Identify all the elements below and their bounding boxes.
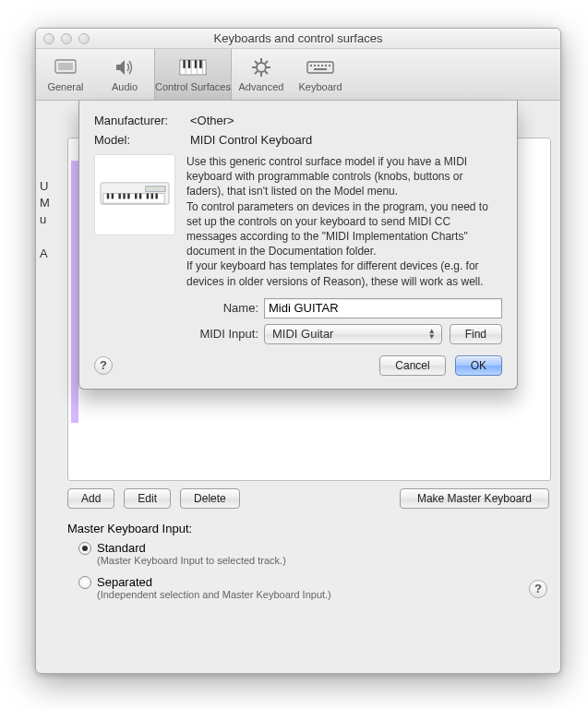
general-tab[interactable]: General (36, 48, 95, 100)
control-surfaces-tab[interactable]: Control Surfaces (154, 48, 232, 100)
model-label: Model: (94, 133, 190, 147)
delete-button[interactable]: Delete (180, 488, 240, 509)
manufacturer-value: <Other> (190, 114, 502, 127)
standard-radio-sub: (Master Keyboard Input to selected track… (97, 555, 549, 566)
gear-icon (247, 55, 275, 79)
standard-radio-label: Standard (97, 541, 146, 555)
audio-tab-label: Audio (112, 81, 138, 92)
svg-rect-25 (325, 65, 327, 66)
name-input[interactable] (264, 298, 502, 318)
control-surfaces-tab-label: Control Surfaces (155, 81, 231, 92)
preferences-toolbar: General Audio Control Surfaces Advanced … (36, 49, 560, 101)
advanced-tab-label: Advanced (239, 81, 284, 92)
svg-rect-24 (321, 65, 323, 66)
edit-button[interactable]: Edit (124, 488, 171, 509)
midi-input-selected: MIDI Guitar (272, 326, 333, 342)
svg-rect-36 (135, 193, 137, 198)
svg-rect-34 (123, 193, 125, 198)
svg-rect-39 (151, 193, 153, 198)
svg-rect-37 (139, 193, 141, 198)
svg-line-19 (255, 71, 258, 74)
add-button[interactable]: Add (67, 488, 114, 509)
general-tab-label: General (47, 81, 83, 92)
chevron-updown-icon: ▲▼ (428, 329, 436, 340)
ok-button[interactable]: OK (455, 355, 502, 376)
separated-radio-row[interactable]: Separated (78, 575, 549, 589)
audio-tab[interactable]: Audio (95, 48, 154, 100)
svg-rect-32 (112, 193, 114, 198)
keyboard-tab[interactable]: Keyboard (291, 48, 350, 100)
svg-rect-40 (155, 193, 157, 198)
titlebar: Keyboards and control surfaces (36, 29, 560, 49)
advanced-tab[interactable]: Advanced (232, 48, 291, 100)
svg-rect-26 (329, 65, 330, 66)
svg-rect-6 (199, 60, 202, 68)
sheet-help-button[interactable]: ? (94, 356, 113, 375)
svg-rect-38 (147, 193, 149, 198)
obscured-background-text: U M u A (40, 178, 50, 262)
svg-line-17 (265, 71, 268, 74)
svg-point-11 (257, 63, 266, 72)
name-field-label: Name: (186, 300, 264, 317)
svg-line-16 (255, 61, 258, 64)
svg-rect-23 (318, 65, 319, 66)
find-button[interactable]: Find (450, 324, 502, 344)
svg-rect-35 (127, 193, 129, 198)
midi-keyboard-icon (99, 177, 171, 213)
speaker-icon (111, 55, 138, 79)
svg-line-18 (265, 61, 268, 64)
svg-rect-4 (188, 60, 191, 68)
preferences-window: Keyboards and control surfaces General A… (35, 28, 561, 674)
svg-rect-31 (107, 193, 109, 198)
piano-keys-icon (179, 55, 207, 79)
general-icon (52, 55, 79, 79)
midi-input-select[interactable]: MIDI Guitar ▲▼ (264, 324, 442, 344)
manufacturer-label: Manufacturer: (94, 114, 190, 127)
radio-icon (78, 576, 91, 589)
model-value: MIDI Control Keyboard (190, 133, 502, 147)
cancel-button[interactable]: Cancel (379, 355, 445, 376)
typing-keyboard-icon (306, 55, 334, 79)
radio-icon (78, 542, 91, 555)
svg-rect-22 (314, 65, 316, 66)
device-thumbnail (94, 154, 175, 235)
add-device-sheet: Manufacturer: <Other> Model: MIDI Contro… (78, 101, 518, 390)
make-master-keyboard-button[interactable]: Make Master Keyboard (400, 488, 549, 509)
master-keyboard-section: Master Keyboard Input: Standard (Master … (67, 522, 549, 600)
separated-radio-sub: (Independent selection and Master Keyboa… (97, 589, 549, 600)
svg-rect-1 (58, 63, 73, 70)
svg-rect-20 (307, 62, 333, 73)
master-keyboard-label: Master Keyboard Input: (67, 522, 549, 535)
window-title: Keyboards and control surfaces (36, 31, 560, 45)
device-description: Use this generic control surface model i… (186, 154, 502, 344)
svg-rect-21 (310, 65, 312, 66)
separated-radio-label: Separated (97, 575, 152, 589)
standard-radio-row[interactable]: Standard (78, 541, 549, 555)
midi-input-label: MIDI Input: (186, 326, 264, 342)
svg-rect-27 (314, 68, 327, 70)
svg-rect-33 (118, 193, 120, 198)
help-button[interactable]: ? (529, 580, 547, 598)
keyboard-tab-label: Keyboard (298, 81, 342, 92)
svg-rect-29 (146, 186, 165, 191)
